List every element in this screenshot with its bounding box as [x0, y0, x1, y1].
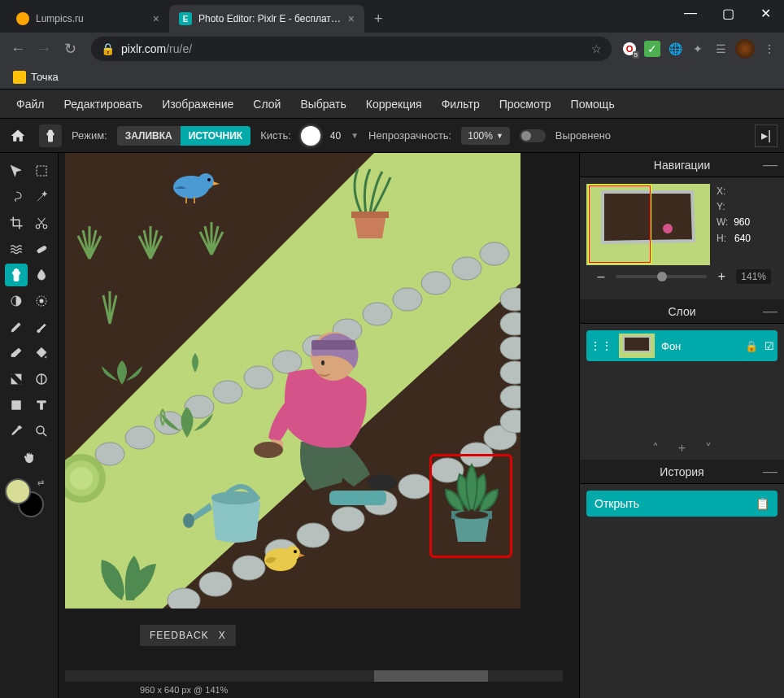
svg-point-48 [207, 178, 211, 181]
cut-tool[interactable] [31, 212, 54, 234]
collapse-icon[interactable]: — [763, 303, 777, 320]
fill-tool[interactable] [31, 342, 54, 364]
layer-down-button[interactable]: ˅ [705, 441, 712, 456]
history-item[interactable]: Открыть 📋 [586, 491, 777, 517]
mode-fill-button[interactable]: ЗАЛИВКА [117, 126, 181, 146]
panel-collapse-button[interactable]: ▸| [755, 124, 777, 147]
close-icon[interactable]: × [348, 12, 355, 25]
foreground-color[interactable] [5, 478, 31, 504]
scrollbar-thumb[interactable] [374, 670, 488, 682]
move-tool[interactable] [5, 159, 28, 182]
brush-tool[interactable] [31, 316, 54, 338]
menu-help[interactable]: Помощь [561, 89, 625, 118]
zoom-value[interactable]: 141% [736, 269, 771, 284]
mode-source-button[interactable]: ИСТОЧНИК [181, 126, 250, 146]
browser-tab-lumpics[interactable]: Lumpics.ru × [7, 5, 169, 33]
layers-panel: ⋮⋮ Фон 🔒 ☑ ˄ + ˅ [580, 324, 784, 460]
collapse-icon[interactable]: — [763, 463, 777, 480]
extension-icon[interactable]: O5 [621, 41, 638, 57]
window-maximize-button[interactable]: ▢ [709, 0, 747, 26]
dodge-tool[interactable] [5, 290, 28, 312]
blur-tool[interactable] [31, 264, 54, 286]
replace-color-tool[interactable] [31, 368, 54, 390]
close-icon[interactable]: × [153, 12, 159, 25]
layer-up-button[interactable]: ˄ [652, 441, 659, 456]
reading-list-icon[interactable]: ☰ [712, 41, 729, 57]
brush-label: Кисть: [260, 129, 291, 142]
url-text: pixlr.com/ru/e/ [121, 42, 591, 55]
window-close-button[interactable]: ✕ [747, 0, 784, 26]
collapse-icon[interactable]: — [763, 156, 777, 173]
opacity-dropdown[interactable]: 100% ▼ [461, 127, 510, 145]
gradient-tool[interactable] [5, 368, 28, 390]
extensions-menu-icon[interactable]: ✦ [690, 41, 706, 57]
home-button[interactable] [7, 124, 29, 147]
panel-title: Навигации [654, 159, 710, 172]
star-icon[interactable]: ☆ [591, 42, 602, 55]
history-panel-header: История — [580, 460, 784, 484]
heal-tool[interactable] [31, 238, 54, 260]
zoom-out-button[interactable]: – [593, 268, 609, 285]
wand-tool[interactable] [31, 185, 54, 208]
horizontal-scrollbar[interactable] [65, 670, 563, 682]
layer-item[interactable]: ⋮⋮ Фон 🔒 ☑ [586, 330, 777, 361]
slider-knob[interactable] [657, 272, 667, 281]
nav-back-button[interactable]: ← [7, 37, 29, 60]
menu-layer[interactable]: Слой [243, 89, 290, 118]
browser-tab-pixlr[interactable]: E Photo Editor: Pixlr E - бесплатны × [169, 5, 364, 33]
extension-icon[interactable]: ✓ [644, 41, 660, 57]
chevron-down-icon[interactable]: ▼ [351, 131, 359, 140]
eyedropper-tool[interactable] [5, 420, 28, 443]
bookmark-item[interactable]: Точка [13, 71, 59, 84]
document-icon: 📋 [756, 497, 769, 510]
sponge-tool[interactable] [31, 290, 54, 312]
zoom-slider[interactable] [616, 275, 707, 278]
bookmark-label: Точка [31, 71, 59, 83]
svg-point-27 [452, 257, 481, 280]
feedback-label: FEEDBACK [150, 630, 209, 641]
svg-point-47 [198, 173, 214, 190]
url-bar[interactable]: 🔒 pixlr.com/ru/e/ ☆ [91, 37, 612, 61]
eraser-tool[interactable] [5, 342, 28, 364]
aligned-toggle[interactable] [520, 129, 546, 142]
text-tool[interactable] [31, 394, 54, 417]
menu-adjustment[interactable]: Коррекция [356, 89, 432, 118]
lock-icon[interactable]: 🔒 [745, 340, 758, 352]
marquee-tool[interactable] [31, 159, 54, 182]
extension-icon[interactable]: 🌐 [667, 41, 683, 57]
menu-edit[interactable]: Редактировать [54, 89, 152, 118]
crop-tool[interactable] [5, 212, 28, 234]
feedback-button[interactable]: FEEDBACK X [140, 625, 236, 646]
canvas[interactable] [65, 153, 520, 609]
nav-reload-button[interactable]: ↻ [59, 37, 81, 60]
zoom-in-button[interactable]: + [713, 268, 730, 285]
window-minimize-button[interactable]: — [672, 0, 709, 26]
profile-avatar[interactable] [735, 39, 755, 59]
browser-menu-icon[interactable]: ⋮ [761, 41, 777, 57]
add-layer-button[interactable]: + [678, 441, 686, 456]
pen-tool[interactable] [5, 316, 28, 338]
visibility-icon[interactable]: ☑ [764, 340, 774, 352]
drag-handle-icon[interactable]: ⋮⋮ [590, 339, 612, 352]
menu-select[interactable]: Выбрать [290, 89, 355, 118]
new-tab-button[interactable]: + [364, 11, 393, 28]
navigator-thumbnail[interactable] [586, 184, 710, 265]
brush-preview[interactable] [301, 126, 320, 146]
close-icon[interactable]: X [219, 630, 226, 641]
lasso-tool[interactable] [5, 185, 28, 208]
menu-view[interactable]: Просмотр [490, 89, 561, 118]
zoom-tool[interactable] [31, 420, 54, 443]
active-tool-icon[interactable] [39, 124, 62, 147]
hand-tool[interactable] [18, 446, 41, 469]
menu-image[interactable]: Изображение [152, 89, 243, 118]
shape-tool[interactable] [5, 394, 28, 417]
clone-stamp-tool[interactable] [5, 264, 28, 286]
menu-filter[interactable]: Фильтр [432, 89, 490, 118]
brush-size-value: 40 [330, 130, 341, 142]
left-toolbar: ⇄ [0, 153, 59, 698]
menu-file[interactable]: Файл [7, 89, 54, 118]
swap-colors-icon[interactable]: ⇄ [37, 478, 44, 487]
canvas-viewport[interactable]: FEEDBACK X [59, 153, 579, 670]
nav-forward-button[interactable]: → [33, 37, 55, 60]
liquify-tool[interactable] [5, 238, 28, 260]
